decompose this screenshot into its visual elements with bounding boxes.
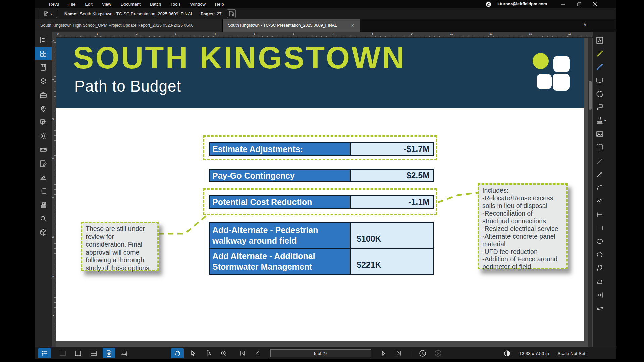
fit-page-button[interactable] (103, 348, 115, 358)
sidebar-item-studio[interactable] (35, 225, 52, 239)
row-label: Potential Cost Reduction (209, 195, 351, 209)
split-vertical-button[interactable] (72, 348, 85, 358)
sidebar-item-search[interactable] (35, 212, 52, 225)
sidebar-item-thumbnails[interactable] (35, 47, 52, 60)
menu-help[interactable]: Help (210, 2, 229, 7)
first-page-button[interactable] (236, 348, 249, 358)
tool-polyline[interactable] (596, 194, 616, 208)
sidebar-item-tool-chest[interactable] (35, 88, 52, 102)
menu-batch[interactable]: Batch (145, 2, 166, 7)
next-view-button[interactable] (432, 348, 444, 358)
sidebar-item-bookmarks[interactable] (35, 60, 52, 74)
new-page-button[interactable] (227, 9, 236, 18)
chevron-down-icon: ▾ (604, 119, 606, 122)
sidebar-item-file-access[interactable] (35, 33, 52, 47)
review-note-callout[interactable]: These are still under review for conside… (81, 222, 159, 271)
tab-close-icon[interactable]: ✕ (351, 23, 355, 28)
minimize-button[interactable] (558, 2, 568, 6)
polygon-icon (596, 251, 604, 259)
sidebar-item-markups[interactable] (35, 115, 52, 129)
sidebar-item-spaces[interactable] (35, 102, 52, 115)
tool-note[interactable] (596, 74, 616, 87)
select-text-button[interactable] (202, 348, 215, 358)
includes-note-callout[interactable]: Includes: -Relocate/Reuse excess soils i… (478, 183, 568, 269)
tab-list-chevron-icon[interactable]: ∨ (583, 22, 587, 27)
dark-mode-icon[interactable] (504, 350, 511, 357)
horizontal-ruler: 012345678910111213 (56, 32, 593, 38)
tab-tcsc-presentation[interactable]: South Kingstown - TC-SC Presentation_202… (223, 19, 360, 32)
tool-snapshot[interactable] (596, 141, 616, 154)
tool-rectangle[interactable] (596, 221, 616, 235)
user-email[interactable]: kturner@leftfieldpm.com (497, 2, 547, 6)
pages-count: 27 (217, 11, 221, 16)
page-scale-button[interactable] (118, 348, 131, 358)
sidebar-item-links[interactable] (35, 184, 52, 198)
document-selector-button[interactable]: ∨ (40, 10, 57, 18)
zoom-tool-button[interactable] (217, 348, 230, 358)
scrollbar-thumb[interactable] (589, 81, 592, 110)
sidebar-item-sets[interactable] (35, 198, 52, 212)
pan-tool-button[interactable] (171, 348, 184, 358)
row-label: Add Alternate - Additional Stormwater Ma… (209, 248, 351, 275)
menu-edit[interactable]: Edit (80, 2, 97, 7)
tool-polygon-sketch[interactable] (596, 275, 616, 288)
close-button[interactable] (590, 2, 600, 6)
single-pane-button[interactable] (56, 348, 69, 358)
vertical-ruler: 01234567 (52, 38, 56, 347)
tag-icon (39, 187, 47, 195)
text-select-icon (205, 350, 212, 357)
hand-icon (174, 350, 181, 357)
zoom-plus-icon (220, 350, 227, 357)
tool-polygon[interactable] (596, 248, 616, 261)
tool-dimension[interactable] (596, 208, 616, 221)
sidebar-item-measurements[interactable] (35, 143, 52, 157)
tool-ellipse[interactable] (596, 235, 616, 248)
tool-arc[interactable] (596, 181, 616, 194)
separator (411, 350, 411, 357)
page-number-field[interactable]: 5 of 27 (270, 349, 371, 357)
layers-icon (39, 77, 47, 85)
tool-stamp[interactable]: ▾ (596, 114, 616, 127)
tool-length-measure[interactable] (596, 288, 616, 302)
sidebar-item-markup-summary[interactable] (35, 157, 52, 170)
menu-tools[interactable]: Tools (166, 2, 185, 7)
vertical-scrollbar[interactable] (588, 38, 592, 347)
next-page-button[interactable] (377, 348, 390, 358)
tool-highlight[interactable] (596, 47, 616, 60)
tool-cloud[interactable] (596, 87, 616, 101)
tool-cloud-polygon[interactable] (596, 261, 616, 275)
row-label: Add-Alternate - Pedestrian walkway aroun… (209, 222, 351, 249)
select-tool-button[interactable] (186, 348, 199, 358)
tool-callout[interactable] (596, 101, 616, 114)
menu-window[interactable]: Window (185, 2, 210, 7)
sidebar-item-signatures[interactable] (35, 170, 52, 184)
revision-cloud-icon (596, 90, 604, 98)
location-pin-icon (39, 105, 47, 113)
stacked-pages-icon (39, 201, 47, 209)
file-cabinet-icon (39, 36, 47, 44)
sidebar-item-layers[interactable] (35, 74, 52, 88)
area-measurement-icon (596, 304, 604, 312)
previous-page-button[interactable] (252, 348, 264, 358)
pdf-page[interactable]: SOUTH KINGSTOWN Path to Budget (56, 38, 584, 341)
tool-pen[interactable] (596, 60, 616, 74)
markup-list-toggle[interactable] (38, 348, 51, 358)
sidebar-item-properties[interactable] (35, 129, 52, 143)
split-horizontal-button[interactable] (87, 348, 100, 358)
menu-view[interactable]: View (97, 2, 116, 7)
table-row: Add-Alternate - Pedestrian walkway aroun… (209, 222, 434, 249)
tab-opm-report[interactable]: South Kingstown High School_OPM Project … (35, 19, 223, 32)
restore-button[interactable] (574, 2, 584, 6)
menu-file[interactable]: File (64, 2, 80, 7)
tool-area-measure[interactable] (596, 302, 616, 315)
previous-view-button[interactable] (416, 348, 429, 358)
scale-readout[interactable]: Scale Not Set (557, 351, 585, 356)
menu-document[interactable]: Document (116, 2, 145, 7)
tool-line[interactable] (596, 154, 616, 168)
tool-text[interactable] (596, 34, 616, 47)
stamp-icon (596, 117, 604, 125)
menu-revu[interactable]: Revu (44, 2, 64, 7)
tool-image[interactable] (596, 127, 616, 141)
tool-arrow[interactable] (596, 168, 616, 181)
last-page-button[interactable] (392, 348, 405, 358)
